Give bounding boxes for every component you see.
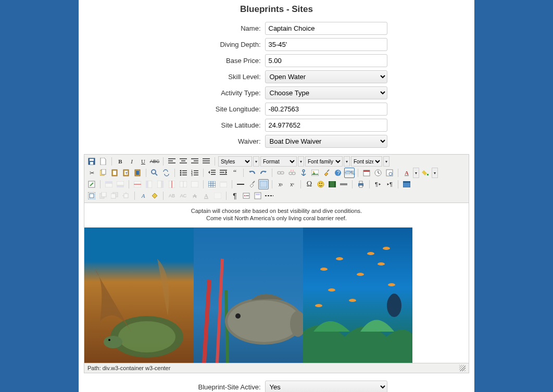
diving-depth-field[interactable] <box>265 38 387 51</box>
format-select[interactable]: Format <box>260 156 297 167</box>
editor-image-reef[interactable] <box>303 227 412 363</box>
strikethrough-icon[interactable]: ABC <box>149 156 160 167</box>
abbr-icon[interactable]: AB <box>167 191 177 201</box>
align-justify-icon[interactable] <box>201 156 211 167</box>
table-insert-row-after-icon[interactable] <box>115 179 125 189</box>
fullscreen-icon[interactable] <box>401 179 412 189</box>
cut-icon[interactable]: ✂ <box>86 168 97 178</box>
editor-body[interactable]: Captain will choose site based on best v… <box>84 203 469 363</box>
table-split-cells-icon[interactable] <box>178 179 188 189</box>
redo-icon[interactable] <box>258 168 269 178</box>
special-char-icon[interactable]: Ω <box>304 179 315 189</box>
nonbreaking-space-icon[interactable] <box>241 191 252 201</box>
insert-time-icon[interactable] <box>373 168 383 178</box>
table-merge-cells-icon[interactable] <box>190 179 200 189</box>
table-insert-col-after-icon[interactable] <box>155 179 166 189</box>
replace-icon[interactable] <box>161 168 171 178</box>
attribs-icon[interactable] <box>212 191 223 201</box>
name-field[interactable] <box>265 22 387 35</box>
rtl-icon[interactable]: ‣¶ <box>384 179 395 189</box>
new-document-icon[interactable] <box>98 156 108 167</box>
edit-layer-icon[interactable] <box>86 179 97 189</box>
fontfamily-select[interactable]: Font family <box>305 156 343 167</box>
skill-level-select[interactable]: Open Water <box>265 70 387 83</box>
fontfamily-dropdown-icon[interactable]: ▾ <box>344 156 350 167</box>
undo-icon[interactable] <box>247 168 257 178</box>
text-color-dropdown-icon[interactable]: ▾ <box>413 168 419 178</box>
acronym-icon[interactable]: AC <box>178 191 188 201</box>
waiver-select[interactable]: Boat Dive Waiver <box>265 135 387 148</box>
fontsize-dropdown-icon[interactable]: ▾ <box>383 156 389 167</box>
editor-image-turtle[interactable] <box>84 227 194 363</box>
blueprint-active-select[interactable]: Yes <box>265 381 387 392</box>
html-icon[interactable]: HTML <box>344 168 355 178</box>
insert-hr-icon[interactable] <box>338 179 349 189</box>
ins-icon[interactable]: A <box>201 191 211 201</box>
underline-icon[interactable]: U <box>138 156 148 167</box>
emoticon-icon[interactable] <box>316 179 326 189</box>
cleanup-icon[interactable] <box>321 168 332 178</box>
anchor-icon[interactable] <box>298 168 309 178</box>
bullet-list-icon[interactable] <box>178 168 188 178</box>
align-right-icon[interactable] <box>190 156 200 167</box>
styles-dropdown-icon[interactable]: ▾ <box>253 156 259 167</box>
table-delete-row-icon[interactable] <box>132 179 143 189</box>
preview-icon[interactable] <box>384 168 395 178</box>
align-center-icon[interactable] <box>178 156 188 167</box>
help-icon[interactable]: ? <box>333 168 343 178</box>
fontsize-select[interactable]: Font size <box>351 156 382 167</box>
remove-format-icon[interactable] <box>247 179 257 189</box>
insert-table-icon[interactable] <box>207 179 217 189</box>
ltr-icon[interactable]: ¶‣ <box>373 179 383 189</box>
text-color-icon[interactable]: A <box>401 168 412 178</box>
paste-icon[interactable] <box>109 168 120 178</box>
move-backward-icon[interactable] <box>109 191 120 201</box>
template-icon[interactable] <box>253 191 263 201</box>
activity-type-select[interactable]: Choose Type <box>265 86 387 99</box>
paste-text-icon[interactable]: T <box>121 168 131 178</box>
format-dropdown-icon[interactable]: ▾ <box>298 156 304 167</box>
absolute-position-icon[interactable] <box>121 191 131 201</box>
save-icon[interactable] <box>86 156 97 167</box>
table-insert-row-before-icon[interactable] <box>104 179 114 189</box>
subscript-icon[interactable]: x₂ <box>275 179 286 189</box>
bold-icon[interactable]: B <box>115 156 125 167</box>
move-forward-icon[interactable] <box>98 191 108 201</box>
table-delete-col-icon[interactable] <box>167 179 177 189</box>
copy-icon[interactable] <box>98 168 108 178</box>
horizontal-rule-icon[interactable] <box>235 179 246 189</box>
svg-rect-98 <box>340 183 347 185</box>
visual-aid-icon[interactable] <box>258 179 269 189</box>
paste-word-icon[interactable] <box>132 168 143 178</box>
media-icon[interactable] <box>327 179 337 189</box>
background-color-dropdown-icon[interactable]: ▾ <box>432 168 438 178</box>
image-icon[interactable] <box>310 168 320 178</box>
cite-icon[interactable] <box>149 191 160 201</box>
del-icon[interactable]: A <box>190 191 200 201</box>
style-props-icon[interactable]: A <box>138 191 148 201</box>
styles-select[interactable]: Styles <box>218 156 252 167</box>
find-icon[interactable] <box>149 168 160 178</box>
numbered-list-icon[interactable]: 123 <box>190 168 200 178</box>
indent-icon[interactable] <box>218 168 229 178</box>
italic-icon[interactable]: I <box>127 156 137 167</box>
blockquote-icon[interactable]: “ <box>230 168 240 178</box>
visualchars-icon[interactable]: ¶ <box>230 191 240 201</box>
site-latitude-field[interactable] <box>265 119 387 132</box>
base-price-field[interactable] <box>265 54 387 67</box>
superscript-icon[interactable]: x² <box>287 179 297 189</box>
insert-date-icon[interactable] <box>361 168 372 178</box>
table-insert-col-before-icon[interactable] <box>144 179 154 189</box>
resize-handle-icon[interactable] <box>459 365 466 371</box>
link-icon[interactable] <box>275 168 286 178</box>
editor-image-fish[interactable] <box>194 227 303 363</box>
table-properties-icon[interactable] <box>218 179 229 189</box>
outdent-icon[interactable] <box>207 168 217 178</box>
unlink-icon[interactable] <box>287 168 297 178</box>
insert-layer-icon[interactable] <box>86 191 97 201</box>
pagebreak-icon[interactable] <box>264 191 274 201</box>
align-left-icon[interactable] <box>167 156 177 167</box>
print-icon[interactable] <box>356 179 366 189</box>
site-longitude-field[interactable] <box>265 103 387 116</box>
background-color-icon[interactable] <box>420 168 431 178</box>
